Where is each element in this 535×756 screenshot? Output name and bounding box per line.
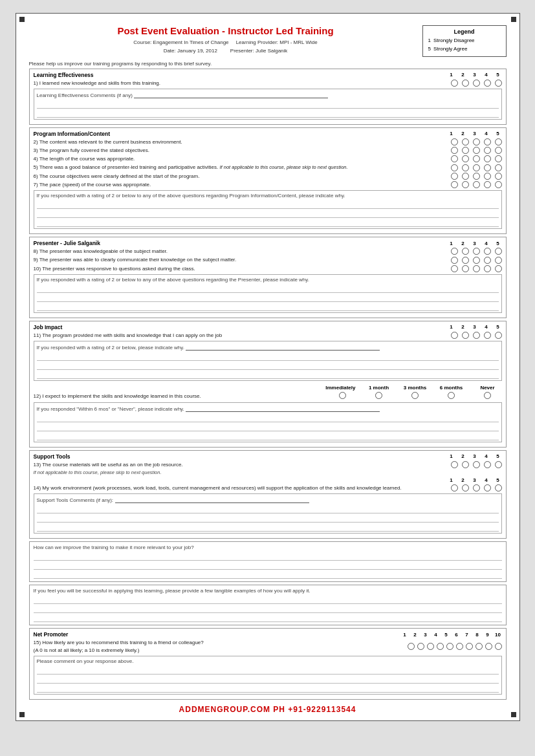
q10-c5[interactable]	[495, 265, 502, 272]
q13-c4[interactable]	[484, 461, 491, 468]
q14-c1[interactable]	[451, 484, 458, 491]
q2-c5[interactable]	[495, 138, 502, 146]
q1-circle-5[interactable]	[495, 80, 502, 87]
q12-c-nev[interactable]	[475, 392, 501, 400]
q12-circle-3m[interactable]	[411, 392, 419, 399]
q2-c1[interactable]	[451, 138, 458, 146]
q10-c4[interactable]	[484, 265, 491, 272]
q7-c3[interactable]	[473, 181, 480, 188]
q9-c4[interactable]	[484, 257, 491, 264]
q12-c-6m[interactable]	[439, 392, 464, 400]
q11-c3[interactable]	[473, 332, 480, 339]
q3-c2[interactable]	[462, 147, 469, 154]
q11-c5[interactable]	[495, 332, 502, 339]
q7-c2[interactable]	[462, 181, 469, 188]
q13-c1[interactable]	[451, 461, 458, 468]
q8-c4[interactable]	[484, 248, 491, 255]
q15-c9[interactable]	[485, 643, 492, 650]
q15-c2[interactable]	[417, 643, 424, 650]
q9-c5[interactable]	[495, 257, 502, 264]
q15-circles[interactable]	[399, 643, 502, 650]
q1-circle-3[interactable]	[473, 80, 480, 87]
q15-c7[interactable]	[466, 643, 473, 650]
q15-c3[interactable]	[427, 643, 434, 650]
q12-circle-nev[interactable]	[484, 392, 491, 399]
q5-c3[interactable]	[473, 164, 480, 171]
q13-circles[interactable]	[450, 461, 502, 468]
q1-circle-1[interactable]	[451, 80, 458, 87]
q7-c5[interactable]	[495, 181, 502, 188]
support-comment-input[interactable]	[115, 495, 309, 503]
q12-c-1m[interactable]	[366, 392, 392, 400]
q4-circles[interactable]	[450, 155, 502, 162]
q12-circle-6m[interactable]	[448, 392, 455, 399]
q3-c3[interactable]	[473, 147, 480, 154]
q6-c5[interactable]	[495, 173, 502, 180]
q11-c4[interactable]	[484, 332, 491, 339]
q9-circles[interactable]	[450, 257, 502, 264]
q15-c8[interactable]	[475, 643, 483, 650]
q7-c1[interactable]	[451, 181, 458, 188]
q6-c3[interactable]	[473, 173, 480, 180]
q6-circles[interactable]	[450, 173, 502, 180]
q14-circles[interactable]	[450, 484, 502, 491]
q3-circles[interactable]	[450, 147, 502, 154]
q8-circles[interactable]	[450, 248, 502, 255]
q14-c2[interactable]	[462, 484, 469, 491]
q12-c-3m[interactable]	[402, 392, 428, 400]
q2-c2[interactable]	[462, 138, 469, 146]
q11-circles[interactable]	[450, 332, 502, 339]
q2-circles[interactable]	[450, 138, 502, 146]
q12-comment-input[interactable]	[186, 404, 380, 412]
q8-c5[interactable]	[495, 248, 502, 255]
q5-circles[interactable]	[450, 164, 502, 171]
q1-circle-4[interactable]	[484, 80, 491, 87]
q4-c4[interactable]	[484, 155, 491, 162]
q8-c2[interactable]	[462, 248, 469, 255]
q13-c5[interactable]	[495, 461, 502, 468]
q2-c4[interactable]	[484, 138, 491, 146]
q6-c1[interactable]	[451, 173, 458, 180]
q6-c2[interactable]	[462, 173, 469, 180]
q10-c1[interactable]	[451, 265, 458, 272]
q10-c2[interactable]	[462, 265, 469, 272]
q15-c6[interactable]	[456, 643, 463, 650]
q12-circles[interactable]	[330, 392, 502, 400]
q9-c3[interactable]	[473, 257, 480, 264]
q4-c2[interactable]	[462, 155, 469, 162]
q14-c3[interactable]	[473, 484, 480, 491]
q13-c3[interactable]	[473, 461, 480, 468]
q1-circle-2[interactable]	[462, 80, 469, 87]
q4-c3[interactable]	[473, 155, 480, 162]
q1-circles[interactable]	[450, 80, 502, 87]
q8-c3[interactable]	[473, 248, 480, 255]
q11-c1[interactable]	[451, 332, 458, 339]
q5-c4[interactable]	[484, 164, 491, 171]
q5-c5[interactable]	[495, 164, 502, 171]
q6-c4[interactable]	[484, 173, 491, 180]
q11-comment-input[interactable]	[186, 343, 380, 351]
q5-c2[interactable]	[462, 164, 469, 171]
q7-circles[interactable]	[450, 181, 502, 188]
q3-c5[interactable]	[495, 147, 502, 154]
q5-c1[interactable]	[451, 164, 458, 171]
q9-c2[interactable]	[462, 257, 469, 264]
q14-c4[interactable]	[484, 484, 491, 491]
q10-circles[interactable]	[450, 265, 502, 272]
q10-c3[interactable]	[473, 265, 480, 272]
q7-c4[interactable]	[484, 181, 491, 188]
q12-c-imm[interactable]	[330, 392, 356, 400]
q12-circle-1m[interactable]	[375, 392, 382, 399]
q15-c10[interactable]	[495, 643, 502, 650]
q4-c5[interactable]	[495, 155, 502, 162]
q12-circle-imm[interactable]	[339, 392, 346, 399]
q4-c1[interactable]	[451, 155, 458, 162]
q15-c5[interactable]	[446, 643, 453, 650]
q15-c4[interactable]	[437, 643, 444, 650]
q14-c5[interactable]	[495, 484, 502, 491]
q11-c2[interactable]	[462, 332, 469, 339]
q15-c1[interactable]	[408, 643, 415, 650]
q8-c1[interactable]	[451, 248, 458, 255]
q9-c1[interactable]	[451, 257, 458, 264]
q2-c3[interactable]	[473, 138, 480, 146]
